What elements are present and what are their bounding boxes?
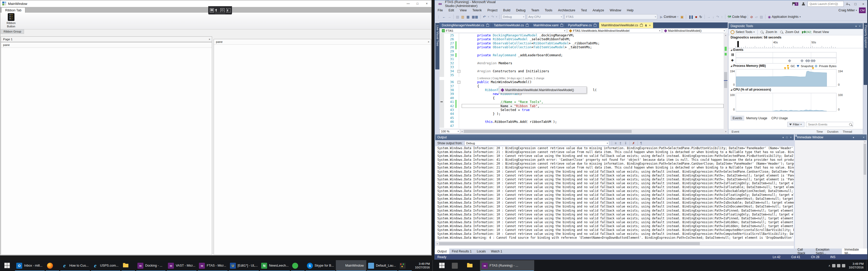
clear-all-icon[interactable]: ✗	[632, 141, 635, 145]
immediate-close-icon[interactable]: ×	[863, 136, 864, 139]
vs-minimize-button[interactable]: —	[844, 1, 851, 7]
diagnostics-tab-memory-usage[interactable]: Memory Usage	[744, 115, 769, 121]
show-next-statement-icon[interactable]: →	[707, 15, 710, 19]
taskbar-button-usps-com-[interactable]: eUSPS.com...	[90, 260, 121, 271]
outlining-margin[interactable]	[457, 65, 462, 69]
diagnostics-tab-events[interactable]: Events	[731, 115, 744, 121]
project-dropdown[interactable]: C# FTAS▾	[440, 28, 566, 33]
events-column-header[interactable]: Event	[732, 130, 739, 133]
scroll-thumb[interactable]	[724, 72, 727, 88]
live-visual-tree-tab[interactable]: Live Visual Tree	[435, 23, 440, 69]
break-events-track[interactable]	[736, 52, 836, 58]
ribbon-tab[interactable]: Ribbon Tab	[1, 7, 25, 13]
menu-item-project[interactable]: Project	[485, 8, 500, 12]
document-tab[interactable]: TabItemViewModel.cs	[492, 23, 531, 28]
restart-icon[interactable]: ↻	[699, 15, 702, 19]
tool-tab-output[interactable]: Output	[435, 248, 449, 254]
breakpoint-icon[interactable]: ▣	[680, 15, 684, 19]
document-tab[interactable]: MainWindow.xaml	[531, 23, 565, 28]
minimize-button[interactable]: —	[404, 0, 413, 7]
breakpoint-margin[interactable]	[439, 37, 444, 41]
notification-badge[interactable]: 5	[795, 2, 798, 6]
taskbar-button[interactable]	[45, 260, 60, 271]
immediate-scrollbar[interactable]: ▴	[863, 140, 867, 248]
taskbar-button-ftas-running-[interactable]: ∞FTAS (Running) - ...	[480, 260, 534, 271]
outlining-margin[interactable]	[457, 57, 462, 61]
output-hscroll-thumb[interactable]	[439, 242, 700, 245]
outlining-margin[interactable]	[457, 92, 462, 96]
vs-close-button[interactable]: ×	[860, 1, 867, 7]
immediate-position-icon[interactable]: ▾	[853, 136, 854, 139]
events-section-header[interactable]: ◢Events	[728, 48, 743, 52]
outlining-margin[interactable]	[457, 104, 462, 108]
taskbar-button-newsleech-[interactable]: NNewsLeech...	[259, 260, 290, 271]
filter-dropdown[interactable]: Filter ▾	[787, 122, 804, 127]
breakpoint-margin[interactable]	[439, 116, 444, 120]
go-to-live-visual-tree-icon[interactable]	[210, 8, 214, 12]
editor-horizontal-scrollbar[interactable]	[464, 130, 724, 133]
code-line[interactable]: 47	[439, 124, 723, 128]
tray-expand-icon[interactable]: ∧	[827, 260, 831, 271]
vs-titlebar[interactable]: ∞ FTAS (Running) - Microsoft Visual Stud…	[435, 0, 867, 7]
output-horizontal-scrollbar[interactable]: ◂	[435, 241, 794, 246]
outlining-margin[interactable]	[457, 116, 462, 120]
undo-icon[interactable]: ↶	[483, 15, 486, 19]
outlining-margin[interactable]	[457, 45, 462, 49]
taskbar-button-default-lau-[interactable]: Default_Lau...	[366, 260, 398, 271]
menu-item-build[interactable]: Build	[500, 8, 513, 12]
immediate-content[interactable]: ▴	[795, 140, 867, 248]
open-file-icon[interactable]: ▥	[461, 15, 464, 19]
continue-button[interactable]: ▶ Continue ▾	[659, 15, 678, 19]
track-focused-element-icon[interactable]	[226, 8, 230, 12]
redo-dropdown-icon[interactable]: ▾	[496, 15, 497, 18]
page-tab-label[interactable]: Page 1	[3, 38, 207, 41]
breakpoint-margin[interactable]	[439, 112, 444, 115]
navigate-back-icon[interactable]: ←	[442, 15, 445, 19]
breakpoint-margin[interactable]	[439, 100, 444, 104]
code-line[interactable]: 40{	[439, 96, 723, 100]
zoom-out-button[interactable]: Zoom Out	[785, 30, 799, 34]
breakpoint-margin[interactable]	[439, 41, 444, 45]
breakpoint-margin[interactable]	[439, 124, 444, 128]
taskbar-button-how-to-cus-[interactable]: eHow to Cus...	[60, 260, 90, 271]
code-map-button[interactable]: Code Map	[732, 15, 746, 19]
document-outline-icon[interactable]: ▤	[760, 15, 763, 19]
page-tab-strip[interactable]: Page 1 ×	[1, 36, 212, 42]
previous-message-icon[interactable]: ↥	[619, 141, 622, 145]
outlining-margin[interactable]: –	[457, 69, 462, 73]
events-column-header[interactable]: Thread	[843, 130, 852, 133]
code-line[interactable]: 28private ObservableCollection<TabItemVi…	[439, 45, 723, 49]
taskbar-button[interactable]	[450, 260, 465, 271]
code-line[interactable]: 43Selected = true	[439, 108, 723, 112]
menu-item-telerik[interactable]: Telerik	[470, 8, 485, 12]
menu-item-debug[interactable]: Debug	[513, 8, 528, 12]
outlining-margin[interactable]	[457, 124, 462, 128]
code-editor[interactable]: 25private DockingManagerViewModel _docki…	[439, 33, 723, 129]
show-desktop-button-right[interactable]	[866, 260, 868, 271]
output-maximize-icon[interactable]: □	[786, 136, 788, 139]
event-diamond[interactable]	[801, 59, 804, 63]
outlining-margin[interactable]	[457, 108, 462, 112]
taskbar-button--edit1-ul-[interactable]: U[Edit1*] - UL...	[228, 260, 259, 271]
breakpoint-margin[interactable]	[439, 61, 444, 65]
breakpoint-margin[interactable]	[439, 92, 444, 96]
code-line[interactable]: 42Name = "Ribbon Tab",	[439, 104, 723, 108]
output-close-icon[interactable]: ×	[790, 136, 792, 139]
breakpoint-margin[interactable]	[439, 104, 444, 108]
code-line[interactable]: 33	[439, 65, 723, 69]
editor-zoom-dropdown[interactable]: 100 % ▾	[439, 129, 460, 134]
vs-restore-button[interactable]: □	[851, 1, 859, 7]
memory-section-header[interactable]: ◢Process Memory (MB)	[728, 64, 766, 68]
output-position-icon[interactable]: ▾	[782, 136, 784, 139]
stop-debugging-icon[interactable]: ■	[695, 15, 697, 19]
new-file-icon[interactable]: ▤	[456, 15, 459, 19]
breakpoint-margin[interactable]	[439, 84, 444, 88]
reset-view-button[interactable]: Reset View	[813, 30, 829, 34]
taskbar-button-docking-[interactable]: ∞Docking - ...	[135, 260, 166, 271]
code-line[interactable]: 46this.RibbonTabVMs.Add( ribbonTabVM );	[439, 120, 723, 124]
document-tab[interactable]: DockingManagerViewModel.cs	[439, 23, 491, 28]
menu-item-test[interactable]: Test	[578, 8, 590, 12]
display-layout-adorners-icon[interactable]	[220, 8, 224, 12]
property-explorer-tab[interactable]: Property Explorer	[864, 23, 868, 85]
taskbar-clock[interactable]: 3:49 PM10/27/2016	[412, 260, 432, 271]
